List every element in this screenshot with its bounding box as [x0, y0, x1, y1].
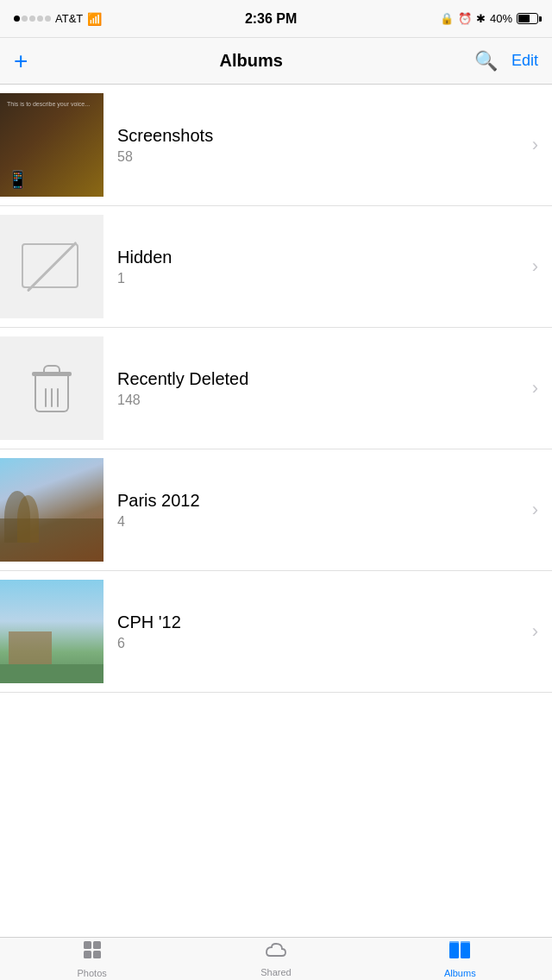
trash-handle — [43, 365, 60, 372]
album-count-hidden: 1 — [117, 271, 518, 286]
album-row-hidden[interactable]: Hidden 1 › — [0, 206, 552, 328]
album-count-cph: 6 — [117, 636, 518, 651]
thumb-hidden-inner — [0, 215, 104, 318]
albums-tab-icon — [448, 939, 472, 965]
chevron-hidden: › — [532, 255, 552, 278]
album-info-cph: CPH '12 6 — [104, 612, 532, 651]
svg-rect-0 — [84, 941, 91, 949]
thumb-paris-inner — [0, 458, 104, 562]
album-row-paris[interactable]: Paris 2012 4 › — [0, 449, 552, 571]
signal-dot-5 — [45, 16, 51, 22]
signal-strength — [14, 16, 51, 22]
tab-albums-label: Albums — [444, 968, 476, 978]
tab-shared[interactable]: Shared — [184, 938, 367, 980]
svg-rect-6 — [449, 941, 459, 945]
album-row-screenshots[interactable]: This is to describe your voice... 📱 Scre… — [0, 85, 552, 206]
page-title: Albums — [219, 51, 282, 71]
album-info-paris: Paris 2012 4 — [104, 491, 532, 530]
tab-bar: Photos Shared Albums — [0, 937, 552, 980]
carrier-label: AT&T — [55, 12, 83, 25]
trash-line-2 — [51, 388, 53, 407]
album-count-screenshots: 58 — [117, 149, 518, 165]
album-thumb-cph — [0, 580, 104, 683]
battery-body — [517, 13, 538, 24]
nav-right-actions: 🔍 Edit — [474, 50, 538, 72]
chevron-cph: › — [532, 620, 552, 643]
status-time: 2:36 PM — [245, 11, 297, 27]
svg-rect-7 — [461, 941, 470, 945]
album-count-deleted: 148 — [117, 393, 518, 408]
album-name-screenshots: Screenshots — [117, 126, 518, 146]
album-count-paris: 4 — [117, 514, 518, 530]
navigation-bar: + Albums 🔍 Edit — [0, 38, 552, 85]
status-left: AT&T 📶 — [14, 12, 102, 26]
thumb-cph-inner — [0, 580, 104, 683]
album-info-hidden: Hidden 1 — [104, 248, 532, 286]
album-name-deleted: Recently Deleted — [117, 369, 518, 389]
thumb-deleted-inner — [0, 336, 104, 440]
signal-dot-3 — [29, 16, 35, 22]
add-album-button[interactable]: + — [14, 49, 28, 73]
tab-shared-label: Shared — [260, 967, 291, 977]
album-thumb-hidden — [0, 215, 104, 318]
album-thumb-screenshots: This is to describe your voice... 📱 — [0, 93, 104, 197]
tab-photos-label: Photos — [78, 968, 107, 978]
trash-lines — [45, 388, 59, 407]
lock-icon: 🔒 — [440, 12, 454, 25]
album-row-recently-deleted[interactable]: Recently Deleted 148 › — [0, 328, 552, 449]
svg-rect-3 — [93, 951, 101, 958]
album-row-cph[interactable]: CPH '12 6 › — [0, 571, 552, 693]
photos-tab-icon — [82, 939, 103, 965]
trash-line-3 — [57, 388, 59, 407]
album-name-hidden: Hidden — [117, 248, 518, 267]
svg-rect-4 — [449, 943, 459, 958]
wifi-icon: 📶 — [87, 12, 102, 26]
battery-fill — [518, 15, 530, 22]
tab-photos[interactable]: Photos — [0, 938, 184, 980]
thumb-screenshots-inner: This is to describe your voice... 📱 — [0, 93, 104, 197]
album-thumb-paris — [0, 458, 104, 562]
album-name-cph: CPH '12 — [117, 612, 518, 632]
svg-rect-2 — [84, 951, 91, 958]
bluetooth-icon: ✱ — [476, 12, 486, 25]
thumb-text-overlay: This is to describe your voice... — [7, 100, 97, 108]
album-name-paris: Paris 2012 — [117, 491, 518, 511]
album-info-deleted: Recently Deleted 148 — [104, 369, 532, 408]
trash-icon — [33, 365, 72, 412]
tab-albums[interactable]: Albums — [368, 938, 552, 980]
battery-percentage: 40% — [490, 12, 512, 25]
alarm-icon: ⏰ — [458, 12, 472, 25]
signal-dot-4 — [37, 16, 43, 22]
phone-icon: 📱 — [7, 169, 28, 190]
search-button[interactable]: 🔍 — [474, 50, 498, 72]
svg-rect-1 — [93, 941, 101, 949]
svg-rect-5 — [461, 943, 470, 958]
status-bar: AT&T 📶 2:36 PM 🔒 ⏰ ✱ 40% — [0, 0, 552, 38]
edit-button[interactable]: Edit — [511, 52, 538, 70]
signal-dot-2 — [22, 16, 28, 22]
album-info-screenshots: Screenshots 58 — [104, 126, 532, 165]
chevron-paris: › — [532, 499, 552, 521]
status-right: 🔒 ⏰ ✱ 40% — [440, 12, 538, 25]
trash-line-1 — [45, 388, 47, 407]
shared-tab-icon — [263, 940, 289, 964]
albums-list: This is to describe your voice... 📱 Scre… — [0, 85, 552, 937]
chevron-deleted: › — [532, 377, 552, 399]
chevron-screenshots: › — [532, 134, 552, 156]
battery-indicator — [517, 13, 538, 24]
signal-dot-1 — [14, 16, 20, 22]
cph-building — [9, 631, 52, 666]
album-thumb-deleted — [0, 336, 104, 440]
